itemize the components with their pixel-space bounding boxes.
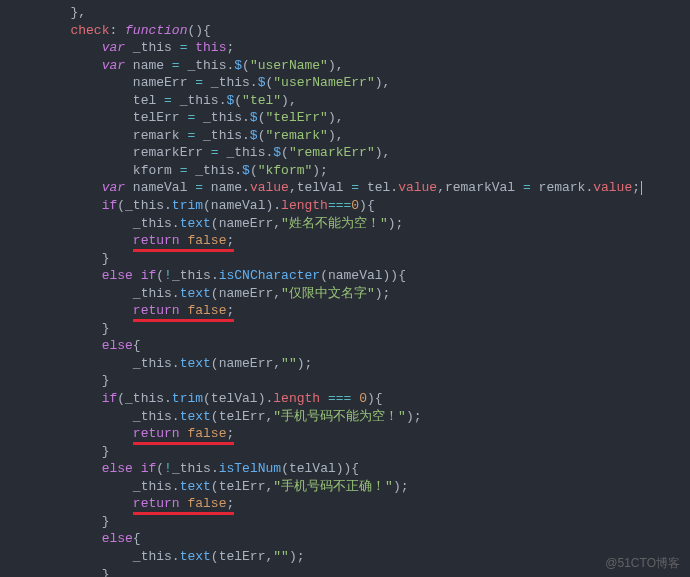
code-token: _this — [125, 40, 180, 55]
code-token — [180, 426, 188, 441]
highlighted-return: false — [187, 425, 226, 443]
code-token: "tel" — [242, 93, 281, 108]
code-token: ); — [393, 479, 409, 494]
code-token — [180, 496, 188, 511]
code-token: ); — [289, 549, 305, 564]
highlighted-return: false — [187, 302, 226, 320]
code-line: var _this = this; — [8, 39, 682, 57]
code-line: check: function(){ — [8, 22, 682, 40]
highlighted-return: return — [133, 425, 180, 443]
code-token: value — [593, 180, 632, 195]
code-token: ), — [328, 58, 344, 73]
code-token: _this. — [133, 549, 180, 564]
code-token: ( — [156, 268, 164, 283]
code-token: } — [102, 251, 110, 266]
code-token: 0 — [359, 391, 367, 406]
code-token: false — [187, 233, 226, 248]
code-token: { — [133, 338, 141, 353]
highlighted-return: ; — [226, 232, 234, 250]
code-token: ), — [375, 75, 391, 90]
code-token — [180, 233, 188, 248]
code-token: if — [141, 461, 157, 476]
code-token: text — [180, 549, 211, 564]
code-token: remark. — [531, 180, 593, 195]
code-token: (){ — [187, 23, 210, 38]
code-token: remarkErr — [133, 145, 211, 160]
code-token: if — [102, 198, 118, 213]
code-token: ( — [250, 163, 258, 178]
highlighted-return: ; — [226, 495, 234, 513]
code-line: remarkErr = _this.$("remarkErr"), — [8, 144, 682, 162]
code-token: else — [102, 531, 133, 546]
code-token: if — [141, 268, 157, 283]
code-token: ); — [388, 216, 404, 231]
code-line: var name = _this.$("userName"), — [8, 57, 682, 75]
code-token: else — [102, 268, 133, 283]
code-token: length — [281, 198, 328, 213]
code-line: tel = _this.$("tel"), — [8, 92, 682, 110]
code-token: _this. — [172, 461, 219, 476]
code-token: ); — [312, 163, 328, 178]
code-token: _this. — [133, 409, 180, 424]
code-token — [320, 391, 328, 406]
code-line: return false; — [8, 232, 682, 250]
code-token: _this. — [187, 163, 242, 178]
code-line: else{ — [8, 530, 682, 548]
code-line: return false; — [8, 302, 682, 320]
code-line: return false; — [8, 495, 682, 513]
code-line: _this.text(telErr,"手机号码不正确！"); — [8, 478, 682, 496]
code-token: this — [195, 40, 226, 55]
code-line: } — [8, 250, 682, 268]
code-token: $ — [250, 128, 258, 143]
code-token — [133, 461, 141, 476]
code-token: ), — [281, 93, 297, 108]
code-token: === — [328, 391, 351, 406]
code-token: ! — [164, 461, 172, 476]
code-token: text — [180, 356, 211, 371]
code-token: (telErr, — [211, 479, 273, 494]
code-token: ); — [406, 409, 422, 424]
code-line: var nameVal = name.value,telVal = tel.va… — [8, 179, 682, 197]
code-token: (nameErr, — [211, 286, 281, 301]
code-token: ); — [375, 286, 391, 301]
code-token: = — [164, 93, 172, 108]
code-token: check — [70, 23, 109, 38]
code-token: tel — [133, 93, 164, 108]
code-token: ( — [156, 461, 164, 476]
code-token: _this. — [133, 479, 180, 494]
code-token: ( — [234, 93, 242, 108]
code-token: nameErr — [133, 75, 195, 90]
code-token: ; — [226, 233, 234, 248]
text-cursor — [641, 181, 642, 195]
code-token: _this. — [219, 145, 274, 160]
code-token: text — [180, 286, 211, 301]
code-token: ( — [281, 145, 289, 160]
code-token: (telErr, — [211, 549, 273, 564]
code-token: 0 — [351, 198, 359, 213]
code-token: var — [102, 180, 125, 195]
code-token — [351, 391, 359, 406]
code-token: tel. — [359, 180, 398, 195]
code-token: ; — [632, 180, 640, 195]
code-token: "姓名不能为空！" — [281, 216, 388, 231]
code-token: telErr — [133, 110, 188, 125]
code-token: "kform" — [258, 163, 313, 178]
code-line: } — [8, 566, 682, 578]
code-line: kform = _this.$("kform"); — [8, 162, 682, 180]
code-line: } — [8, 443, 682, 461]
code-token: _this. — [180, 58, 235, 73]
code-token: "userNameErr" — [273, 75, 374, 90]
code-token: ){ — [367, 391, 383, 406]
code-line: else{ — [8, 337, 682, 355]
code-token: else — [102, 338, 133, 353]
code-token: = — [351, 180, 359, 195]
code-token: _this. — [172, 268, 219, 283]
code-block: }, check: function(){ var _this = this; … — [8, 4, 682, 577]
code-line: else if(!_this.isCNCharacter(nameVal)){ — [8, 267, 682, 285]
code-token: ){ — [359, 198, 375, 213]
code-line: return false; — [8, 425, 682, 443]
code-token: "userName" — [250, 58, 328, 73]
code-token: name. — [203, 180, 250, 195]
code-token: trim — [172, 198, 203, 213]
code-token: _this. — [203, 75, 258, 90]
